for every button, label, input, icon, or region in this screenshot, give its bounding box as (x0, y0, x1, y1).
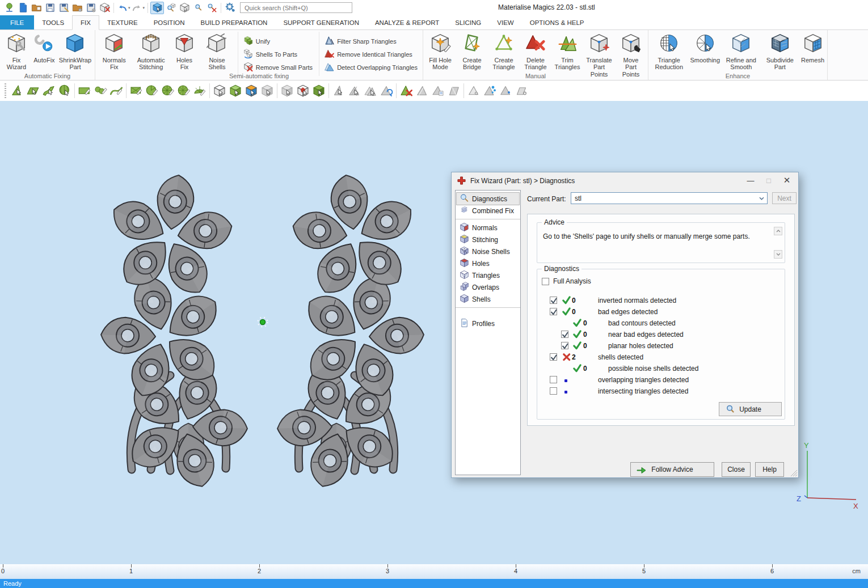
tab-analyze-and-report[interactable]: ANALYZE & REPORT (367, 15, 447, 29)
hex-marked-icon[interactable] (295, 83, 311, 99)
cube-select-colored-icon[interactable] (243, 83, 259, 99)
sidebar-item-shells[interactable]: Shells (457, 293, 519, 305)
mark-triangle-icon[interactable] (9, 83, 25, 99)
move-part-points-button[interactable]: Move Part Points (615, 32, 647, 78)
diagnostic-checkbox[interactable] (561, 342, 568, 349)
detect-overlapping-triangles-button[interactable]: Detect Overlapping Triangles (325, 62, 418, 73)
sidebar-item-combined-fix[interactable]: Combined Fix (457, 205, 519, 217)
triangle-blue-drops-icon[interactable] (482, 83, 498, 99)
toolbar-drag-handle[interactable] (5, 83, 6, 98)
triangle-tool-doc-icon[interactable] (430, 83, 446, 99)
tab-view[interactable]: VIEW (489, 15, 521, 29)
diagnostic-checkbox[interactable] (550, 353, 557, 361)
mark-shell-icon[interactable] (57, 83, 73, 99)
normals-fix-button[interactable]: Normals Fix (96, 32, 132, 71)
triangle-point-icon[interactable] (466, 83, 482, 99)
export-part-icon[interactable] (84, 2, 98, 14)
undo-icon[interactable]: ▾ (116, 2, 131, 14)
fill-hole-mode-button[interactable]: Fill Hole Mode (424, 32, 456, 71)
tab-slicing[interactable]: SLICING (447, 15, 489, 29)
tab-build-preparation[interactable]: BUILD PREPARATION (193, 15, 276, 29)
delete-triangle-button[interactable]: Delete Triangle (520, 32, 551, 71)
shells-to-parts-button[interactable]: Shells To Parts (243, 49, 313, 60)
diagnostic-checkbox[interactable] (550, 376, 557, 383)
diagnostic-checkbox[interactable] (550, 297, 557, 304)
diagnostic-checkbox[interactable] (550, 387, 557, 395)
holes-fix-button[interactable]: Holes Fix (170, 32, 199, 71)
plane-tool-icon[interactable] (446, 83, 462, 99)
sidebar-item-triangles[interactable]: Triangles (457, 269, 519, 281)
sidebar-item-profiles[interactable]: Profiles (457, 318, 519, 329)
model-left[interactable] (84, 166, 268, 506)
smoothing-button[interactable]: Smoothing (688, 32, 722, 64)
customize-gears-icon[interactable] (224, 2, 237, 14)
zoom-to-part-icon[interactable] (164, 2, 178, 14)
triangle-delete-icon[interactable] (398, 83, 414, 99)
tab-options-and-help[interactable]: OPTIONS & HELP (522, 15, 592, 29)
pie-selection-icon[interactable] (144, 83, 160, 99)
zoom-in-icon[interactable] (191, 2, 205, 14)
shrinkwrap-part-button[interactable]: ShrinkWrap Part (57, 32, 94, 71)
fit-view-icon[interactable] (150, 2, 164, 14)
tab-texture[interactable]: TEXTURE (99, 15, 146, 29)
remove-identical-triangles-button[interactable]: Remove Identical Triangles (325, 49, 418, 60)
window-selection-icon[interactable] (128, 83, 144, 99)
autofix-button[interactable]: AutoFix (32, 32, 57, 64)
redo-icon[interactable]: ▾ (131, 2, 146, 14)
star-selection-icon[interactable] (160, 83, 176, 99)
cube-select-icon[interactable] (212, 83, 227, 99)
save-project-as-icon[interactable] (57, 2, 70, 14)
create-triangle-button[interactable]: Create Triangle (488, 32, 520, 71)
tab-tools[interactable]: TOOLS (34, 15, 72, 29)
sidebar-item-normals[interactable]: Normals (457, 222, 519, 234)
new-document-icon[interactable] (16, 2, 30, 14)
current-part-dropdown[interactable]: stl (571, 192, 768, 204)
triangle-reduction-button[interactable]: Triangle Reduction (650, 32, 688, 71)
unzoom-all-icon[interactable] (205, 2, 218, 14)
noise-shells-button[interactable]: Noise Shells (199, 32, 235, 71)
follow-advice-button[interactable]: Follow Advice (630, 462, 714, 477)
tab-fix[interactable]: FIX (72, 15, 99, 30)
scroll-down-icon[interactable] (774, 250, 782, 259)
resize-grip[interactable] (790, 469, 797, 476)
sidebar-item-overlaps[interactable]: Overlaps (457, 281, 519, 293)
triangle-point-2-icon[interactable] (498, 83, 513, 99)
update-button[interactable]: Update (719, 402, 782, 416)
close-button[interactable]: Close (722, 462, 751, 477)
tab-support-generation[interactable]: SUPPORT GENERATION (275, 15, 367, 29)
quad-ring-icon[interactable] (513, 83, 529, 99)
diagnostic-checkbox[interactable] (550, 308, 557, 315)
close-icon[interactable]: ✕ (778, 174, 796, 187)
diagnostic-checkbox[interactable] (561, 331, 568, 338)
model-right[interactable] (258, 166, 441, 506)
import-part-icon[interactable] (70, 2, 84, 14)
tab-position[interactable]: POSITION (146, 15, 193, 29)
fix-wizard-button[interactable]: Fix Wizard (1, 32, 32, 71)
scroll-up-icon[interactable] (774, 227, 782, 235)
cube-cursor-disabled-icon[interactable] (279, 83, 295, 99)
wheel-selection-icon[interactable] (176, 83, 192, 99)
triangle-tool-1-icon[interactable] (331, 83, 347, 99)
cube-select-disabled-icon[interactable] (259, 83, 275, 99)
cube-green-icon[interactable] (311, 83, 327, 99)
cube-select-green-icon[interactable] (227, 83, 243, 99)
filter-sharp-triangles-button[interactable]: Filter Sharp Triangles (325, 36, 418, 46)
fan-selection-icon[interactable] (192, 83, 208, 99)
automatic-stitching-button[interactable]: Automatic Stitching (132, 32, 170, 71)
curve-selection-icon[interactable] (108, 83, 124, 99)
triangle-tool-4-icon[interactable] (414, 83, 430, 99)
sidebar-item-diagnostics[interactable]: Diagnostics (457, 193, 519, 205)
minimize-button[interactable]: — (741, 174, 760, 187)
help-button[interactable]: Help (755, 462, 784, 477)
remove-small-parts-button[interactable]: Remove Small Parts (243, 62, 313, 73)
mark-plane-icon[interactable] (25, 83, 41, 99)
view-box-icon[interactable] (178, 2, 191, 14)
triangle-tool-2-icon[interactable] (347, 83, 363, 99)
sidebar-item-stitching[interactable]: Stitching (457, 234, 519, 246)
tab-file[interactable]: FILE (0, 15, 34, 29)
create-bridge-button[interactable]: Create Bridge (456, 32, 488, 71)
open-project-icon[interactable] (30, 2, 43, 14)
rect-selection-icon[interactable] (77, 83, 92, 99)
unify-button[interactable]: Unify (243, 36, 313, 46)
subdivide-part-button[interactable]: Subdivide Part (761, 32, 799, 71)
